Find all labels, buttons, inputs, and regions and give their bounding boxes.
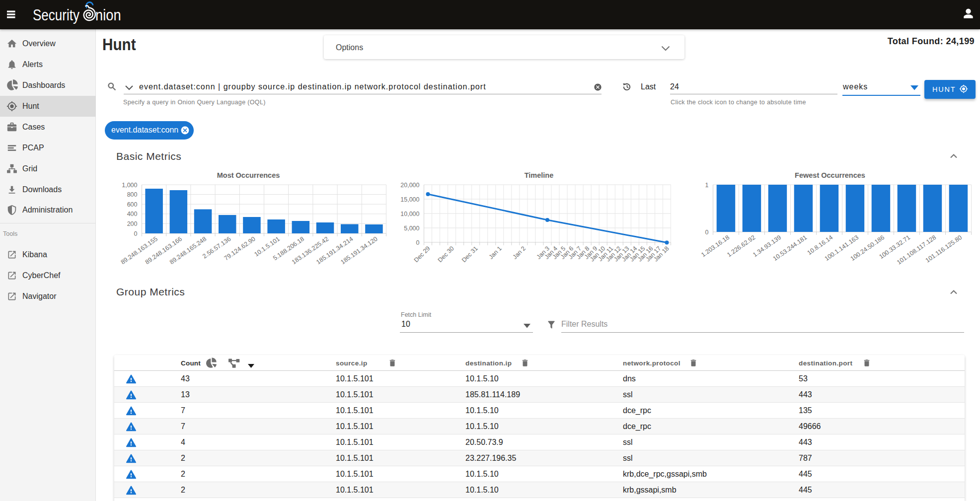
svg-text:15,000: 15,000: [400, 196, 419, 203]
svg-text:1.203.16.18: 1.203.16.18: [700, 234, 731, 258]
svg-text:Dec 30: Dec 30: [437, 245, 455, 264]
svg-text:10,000: 10,000: [400, 211, 419, 217]
svg-text:Dec 29: Dec 29: [413, 245, 432, 264]
svg-text:600: 600: [127, 201, 138, 208]
svg-text:Jan 2: Jan 2: [511, 245, 527, 261]
svg-text:400: 400: [127, 211, 138, 217]
svg-text:Most Occurrences: Most Occurrences: [217, 171, 280, 179]
svg-text:1,000: 1,000: [122, 182, 137, 189]
svg-text:Dec 31: Dec 31: [460, 245, 479, 264]
svg-text:Fewest Occurrences: Fewest Occurrences: [795, 171, 865, 179]
svg-text:200: 200: [127, 220, 138, 227]
svg-text:800: 800: [127, 191, 138, 198]
svg-text:0: 0: [134, 230, 138, 237]
svg-text:Jan 1: Jan 1: [487, 245, 503, 261]
svg-text:0: 0: [416, 239, 420, 246]
svg-text:1: 1: [705, 182, 709, 189]
svg-text:20,000: 20,000: [400, 182, 419, 189]
svg-text:1.226.62.92: 1.226.62.92: [726, 234, 756, 258]
svg-text:5,000: 5,000: [404, 225, 419, 232]
svg-text:Timeline: Timeline: [525, 171, 554, 179]
svg-text:0: 0: [705, 229, 709, 236]
